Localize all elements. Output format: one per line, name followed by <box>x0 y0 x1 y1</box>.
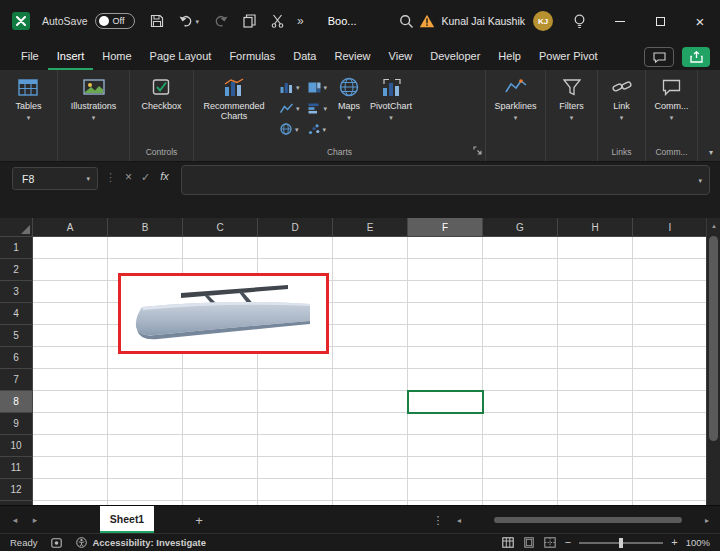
checkbox-button[interactable]: Checkbox <box>136 73 186 111</box>
grid-canvas[interactable] <box>33 237 706 505</box>
sheet-options-kebab-icon[interactable]: ⋮ <box>430 506 446 534</box>
insert-bar-chart-button[interactable]: ▾ <box>305 98 331 119</box>
more-commands-icon[interactable]: » <box>297 14 304 28</box>
normal-view-icon[interactable] <box>502 537 514 548</box>
row-header-10[interactable]: 10 <box>0 435 32 457</box>
recommended-charts-button[interactable]: Recommended Charts <box>194 73 274 121</box>
filters-button[interactable]: Filters ▾ <box>554 73 589 121</box>
column-header-h[interactable]: H <box>558 218 633 236</box>
tab-help[interactable]: Help <box>489 44 530 70</box>
link-button[interactable]: Link ▾ <box>607 73 637 121</box>
comment-ribbon-button[interactable]: Comm... ▾ <box>649 73 693 121</box>
tables-button[interactable]: Tables ▾ <box>10 73 46 121</box>
accessibility-person-icon[interactable] <box>76 537 87 548</box>
confirm-entry-button[interactable]: ✓ <box>141 170 150 184</box>
insert-column-chart-button[interactable]: ▾ <box>277 77 303 98</box>
column-header-a[interactable]: A <box>33 218 108 236</box>
tab-developer[interactable]: Developer <box>421 44 489 70</box>
formula-bar-expand-icon[interactable]: ▾ <box>698 177 702 184</box>
scroll-right-icon[interactable]: ▸ <box>700 516 714 525</box>
redo-icon[interactable] <box>214 15 228 27</box>
charts-dialog-launcher-icon[interactable] <box>473 141 482 159</box>
horizontal-scroll-track[interactable] <box>466 515 700 525</box>
column-header-c[interactable]: C <box>183 218 258 236</box>
vertical-scroll-thumb[interactable] <box>709 236 718 441</box>
tab-page-layout[interactable]: Page Layout <box>141 44 221 70</box>
embedded-image[interactable] <box>118 273 329 354</box>
sparklines-button[interactable]: Sparklines ▾ <box>489 73 541 121</box>
zoom-slider[interactable] <box>579 542 663 544</box>
tab-view[interactable]: View <box>380 44 422 70</box>
horizontal-scrollbar[interactable]: ◂ ▸ <box>452 506 714 534</box>
cancel-entry-button[interactable]: × <box>125 170 132 184</box>
close-button[interactable]: × <box>680 0 720 42</box>
row-header-3[interactable]: 3 <box>0 281 32 303</box>
comments-button[interactable] <box>644 47 674 67</box>
user-name[interactable]: Kunal Jai Kaushik <box>442 15 525 27</box>
sheet-nav-left-icon[interactable]: ◂ <box>6 506 24 534</box>
share-button[interactable] <box>682 47 710 67</box>
search-icon[interactable] <box>399 14 414 29</box>
tab-file[interactable]: File <box>12 44 48 70</box>
sheet-tab-sheet1[interactable]: Sheet1 <box>100 506 154 534</box>
insert-line-chart-button[interactable]: ▾ <box>277 98 303 119</box>
tab-data[interactable]: Data <box>284 44 325 70</box>
ribbon-collapse-icon[interactable]: ▾ <box>709 148 713 157</box>
name-box[interactable]: F8 ▾ <box>12 167 98 190</box>
scroll-up-icon[interactable]: ▴ <box>707 218 720 234</box>
row-header-7[interactable]: 7 <box>0 369 32 391</box>
maps-button[interactable]: Maps ▾ <box>333 73 365 121</box>
column-header-f[interactable]: F <box>408 218 483 236</box>
row-header-1[interactable]: 1 <box>0 237 32 259</box>
accessibility-status[interactable]: Accessibility: Investigate <box>92 537 206 548</box>
user-avatar[interactable]: KJ <box>533 11 553 31</box>
undo-icon[interactable] <box>179 15 193 27</box>
select-all-corner[interactable] <box>0 218 33 237</box>
zoom-out-button[interactable]: − <box>565 537 571 548</box>
zoom-slider-thumb[interactable] <box>619 538 623 548</box>
column-header-d[interactable]: D <box>258 218 333 236</box>
vertical-scrollbar[interactable]: ▴ <box>706 218 720 505</box>
undo-dropdown-icon[interactable]: ▾ <box>196 18 200 25</box>
row-header-8[interactable]: 8 <box>0 391 32 413</box>
insert-hierarchy-chart-button[interactable]: ▾ <box>305 77 331 98</box>
insert-function-button[interactable]: fx <box>160 170 169 182</box>
insert-scatter-chart-button[interactable]: ▾ <box>305 119 331 140</box>
column-header-b[interactable]: B <box>108 218 183 236</box>
row-header-9[interactable]: 9 <box>0 413 32 435</box>
row-header-2[interactable]: 2 <box>0 259 32 281</box>
macro-record-icon[interactable] <box>51 538 62 548</box>
zoom-level[interactable]: 100% <box>686 537 710 548</box>
insert-map-chart-button[interactable]: ▾ <box>277 119 303 140</box>
sheet-nav-right-icon[interactable]: ▸ <box>26 506 44 534</box>
maximize-button[interactable] <box>640 0 680 42</box>
tab-home[interactable]: Home <box>93 44 140 70</box>
selected-cell-f8[interactable] <box>407 390 484 414</box>
row-header-11[interactable]: 11 <box>0 457 32 479</box>
warning-icon[interactable] <box>419 14 435 28</box>
column-header-i[interactable]: I <box>633 218 706 236</box>
autosave-toggle[interactable]: Off <box>95 13 135 29</box>
horizontal-scroll-thumb[interactable] <box>494 517 682 523</box>
column-header-g[interactable]: G <box>483 218 558 236</box>
row-header-4[interactable]: 4 <box>0 303 32 325</box>
tab-insert[interactable]: Insert <box>48 44 94 70</box>
page-break-view-icon[interactable] <box>544 537 556 548</box>
row-header-6[interactable]: 6 <box>0 347 32 369</box>
new-sheet-button[interactable]: + <box>190 506 208 534</box>
row-header-5[interactable]: 5 <box>0 325 32 347</box>
pivotchart-button[interactable]: PivotChart ▾ <box>365 73 417 121</box>
row-header-12[interactable]: 12 <box>0 479 32 501</box>
formula-bar-drag-handle[interactable]: ⋮ <box>105 171 116 184</box>
tips-lightbulb-icon[interactable] <box>573 14 586 29</box>
copy-icon[interactable] <box>243 14 256 28</box>
column-header-e[interactable]: E <box>333 218 408 236</box>
scroll-left-icon[interactable]: ◂ <box>452 516 466 525</box>
minimize-button[interactable] <box>600 0 640 42</box>
tab-power-pivot[interactable]: Power Pivot <box>530 44 607 70</box>
save-icon[interactable] <box>150 14 164 28</box>
cut-icon[interactable] <box>271 14 284 28</box>
tab-formulas[interactable]: Formulas <box>220 44 284 70</box>
zoom-in-button[interactable]: + <box>671 537 677 548</box>
formula-input[interactable]: ▾ <box>181 165 710 195</box>
